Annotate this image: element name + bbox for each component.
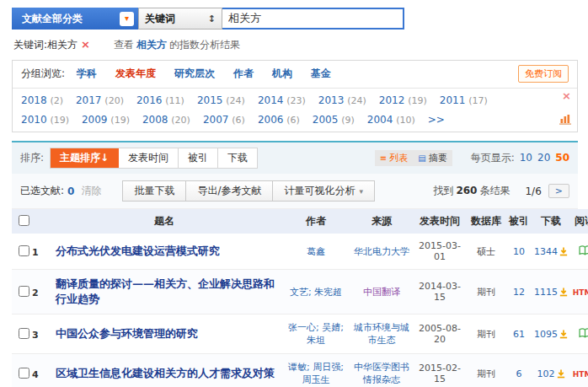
year-filter[interactable]: 2012 (19)	[379, 94, 427, 106]
year-filter[interactable]: 2007 (6)	[203, 114, 245, 126]
group-browse-label: 分组浏览:	[21, 67, 65, 81]
category-select-button[interactable]: 文献全部分类 ▾	[12, 8, 138, 30]
row-checkbox[interactable]	[19, 328, 29, 339]
download-link[interactable]: 1115	[534, 287, 568, 298]
year-filter[interactable]: 2009 (19)	[82, 114, 130, 126]
year-filter[interactable]: 2013 (24)	[318, 94, 366, 106]
remove-filter-icon[interactable]: ×	[81, 38, 90, 51]
sort-by-topic[interactable]: 主题排序↓	[51, 148, 119, 168]
cited-count-link[interactable]: 12	[513, 287, 525, 298]
result-database: 期刊	[467, 354, 505, 387]
search-bar: 文献全部分类 ▾ 关键词 ↕	[12, 8, 578, 30]
facet-tab-author[interactable]: 作者	[233, 67, 254, 81]
abstract-view-button[interactable]: ▤摘要	[413, 150, 452, 166]
result-title-link[interactable]: 区域卫生信息化建设相关方的人才需求及对策	[56, 367, 275, 379]
sort-by-downloads[interactable]: 下载	[218, 148, 257, 168]
row-checkbox[interactable]	[19, 245, 29, 256]
index-analysis-link[interactable]: 相关方	[136, 39, 167, 51]
batch-download-button[interactable]: 批量下载	[122, 180, 186, 202]
year-filter[interactable]: 2017 (20)	[76, 94, 124, 106]
selected-docs-count: 0	[67, 185, 74, 197]
year-chart-icon[interactable]	[559, 114, 571, 127]
list-view-icon: ≡	[380, 153, 387, 163]
sort-options: 主题排序↓ 发表时间 被引 下载	[50, 148, 258, 169]
result-row: 1 分布式光伏发电建设运营模式研究 葛鑫 华北电力大学 2015-03-01 硕…	[12, 234, 588, 270]
year-filter[interactable]: 2014 (23)	[258, 94, 306, 106]
read-online-icon[interactable]	[579, 247, 588, 258]
facet-tab-level[interactable]: 研究层次	[174, 67, 215, 81]
result-date: 2015-03-01	[413, 234, 467, 270]
read-online-icon[interactable]	[579, 330, 588, 341]
row-checkbox[interactable]	[19, 368, 29, 379]
year-filter[interactable]: 2018 (2)	[21, 94, 63, 106]
result-source-link[interactable]: 中华医学图书情报杂志	[354, 362, 409, 385]
cited-count-link[interactable]: 10	[513, 246, 525, 257]
result-title-link[interactable]: 中国公众参与环境管理的研究	[56, 327, 198, 340]
download-link[interactable]: 1095	[534, 329, 568, 340]
category-label: 文献全部分类	[22, 12, 83, 26]
search-field-select[interactable]: 关键词 ↕	[138, 8, 222, 30]
read-html-link[interactable]: HTML	[573, 288, 588, 297]
sort-by-cited[interactable]: 被引	[179, 148, 218, 168]
header-downloads: 下载	[532, 209, 569, 234]
header-read: 阅读	[569, 209, 588, 234]
year-filter[interactable]: 2004 (10)	[367, 114, 415, 126]
search-input[interactable]	[222, 8, 404, 30]
year-filter[interactable]: 2015 (24)	[197, 94, 245, 106]
result-row: 2 翻译质量的探讨——相关方、企业解决思路和行业趋势 文艺; 朱宪超 中国翻译 …	[12, 270, 588, 314]
view-label: 查看	[114, 39, 134, 51]
header-title: 题名	[47, 209, 281, 234]
metrics-analysis-button[interactable]: 计量可视化分析▾	[272, 180, 375, 202]
result-title-link[interactable]: 分布式光伏发电建设运营模式研究	[56, 245, 220, 257]
facet-tab-year[interactable]: 发表年度	[115, 67, 156, 81]
cited-count-link[interactable]: 61	[513, 329, 525, 340]
download-icon	[559, 247, 568, 256]
download-icon	[559, 288, 568, 297]
row-checkbox[interactable]	[19, 286, 29, 297]
sort-by-date[interactable]: 发表时间	[119, 148, 179, 168]
list-view-button[interactable]: ≡列表	[375, 150, 413, 166]
result-authors-link[interactable]: 葛鑫	[307, 246, 325, 257]
close-panel-icon[interactable]: ×	[562, 89, 571, 102]
result-source-link[interactable]: 中国翻译	[363, 287, 400, 298]
clear-selection-link[interactable]: 清除	[81, 184, 101, 198]
result-date: 2014-03-15	[413, 270, 467, 314]
result-authors-link[interactable]: 张一心; 吴婧; 朱坦	[288, 322, 344, 346]
read-html-link[interactable]: HTML	[573, 370, 588, 379]
year-filter[interactable]: 2016 (11)	[136, 94, 184, 106]
per-page-20[interactable]: 20	[537, 152, 550, 164]
export-refs-button[interactable]: 导出/参考文献	[185, 180, 273, 202]
per-page-50[interactable]: 50	[555, 152, 569, 164]
year-filter[interactable]: 2008 (20)	[142, 114, 190, 126]
abstract-view-icon: ▤	[418, 153, 425, 163]
free-subscribe-button[interactable]: 免费订阅	[518, 65, 569, 83]
per-page-control: 每页显示:102050	[471, 151, 569, 165]
result-date: 2005-08-20	[413, 314, 467, 354]
result-source-link[interactable]: 城市环境与城市生态	[354, 322, 409, 346]
year-filter[interactable]: 2011 (17)	[440, 94, 488, 106]
download-link[interactable]: 102	[537, 368, 565, 379]
download-link[interactable]: 1344	[534, 246, 568, 257]
facet-tab-subject[interactable]: 学科	[77, 67, 97, 81]
view-mode-toggle: ≡列表 ▤摘要	[375, 150, 452, 166]
select-all-checkbox[interactable]	[19, 215, 29, 226]
header-database: 数据库	[467, 209, 505, 234]
result-authors-link[interactable]: 文艺; 朱宪超	[290, 287, 342, 298]
facet-tab-institution[interactable]: 机构	[272, 67, 292, 81]
per-page-10[interactable]: 10	[520, 152, 532, 164]
year-filter[interactable]: 2010 (19)	[21, 114, 69, 126]
active-filter-tag: 关键词:相关方	[13, 39, 78, 51]
facet-tab-fund[interactable]: 基金	[311, 67, 331, 81]
group-browse-panel: 分组浏览: 学科 发表年度 研究层次 作者 机构 基金 免费订阅 2018 (2…	[12, 60, 578, 132]
cited-count-link[interactable]: 6	[516, 368, 522, 379]
chevron-down-icon[interactable]: ▾	[120, 12, 134, 26]
result-authors-link[interactable]: 谭敏; 周日强; 周玉生	[288, 362, 344, 385]
result-source-link[interactable]: 华北电力大学	[354, 246, 409, 257]
header-authors: 作者	[281, 209, 350, 234]
result-title-link[interactable]: 翻译质量的探讨——相关方、企业解决思路和行业趋势	[56, 277, 275, 305]
year-filter[interactable]: 2005 (9)	[313, 114, 355, 126]
more-years-link[interactable]: >>	[428, 114, 445, 126]
result-database: 硕士	[467, 234, 505, 270]
next-page-button[interactable]: >	[548, 184, 569, 198]
year-filter[interactable]: 2006 (6)	[258, 114, 300, 126]
